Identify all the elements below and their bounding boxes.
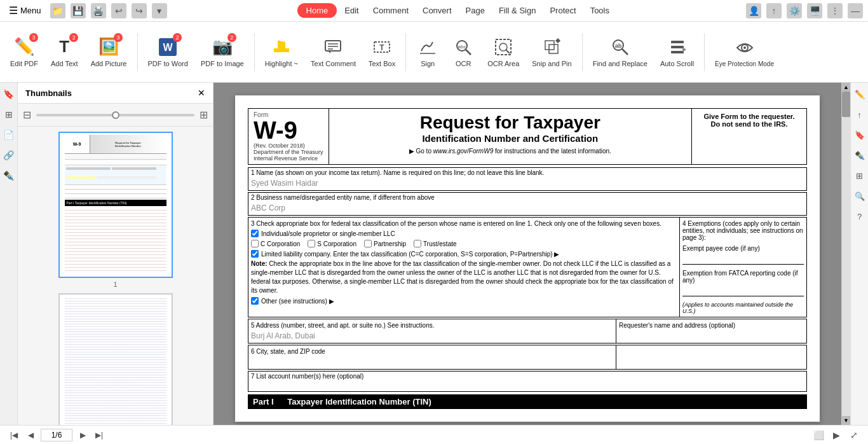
sidebar-header: Thumbnails ✕ [18, 83, 213, 104]
thumb-img-1: W-9 Request for TaxpayerIdentification N… [58, 132, 173, 278]
checkbox-llc[interactable] [251, 250, 259, 258]
zoom-out-icon[interactable]: ⊟ [23, 109, 31, 121]
window-icon[interactable]: 🖥️ [807, 3, 822, 18]
annotate-right-icon[interactable]: ✒️ [853, 149, 866, 162]
checkbox-c-corp[interactable] [251, 240, 259, 247]
pdf-content: Form W-9 (Rev. October 2018) Department … [235, 95, 820, 422]
pen-icon[interactable]: ✒️ [3, 169, 15, 182]
last-page-btn[interactable]: ▶| [93, 429, 105, 441]
w9-part1-header: Part I Taxpayer Identification Number (T… [248, 394, 807, 409]
tab-comment[interactable]: Comment [367, 3, 415, 18]
ocr-tool[interactable]: abc OCR [447, 27, 480, 78]
prev-page-btn[interactable]: ◀ [24, 429, 37, 441]
w9-field-6-row: 6 City, state, and ZIP code [248, 345, 807, 370]
open-folder-icon[interactable]: 📁 [50, 3, 65, 18]
sign-tool[interactable]: Sign [411, 27, 444, 78]
w9-header: Form W-9 (Rev. October 2018) Department … [248, 108, 807, 165]
menu-button[interactable]: ☰ Menu [5, 3, 45, 18]
pdf-to-image-tool[interactable]: 📷 2 PDF to Image [196, 27, 249, 78]
zoom-in-icon[interactable]: ⊞ [200, 109, 208, 121]
print-icon[interactable]: 🖨️ [91, 3, 106, 18]
save-icon[interactable]: 💾 [71, 3, 86, 18]
checkbox-individual[interactable] [251, 230, 259, 237]
w9-field-4: 4 Exemptions (codes apply only to certai… [680, 217, 807, 317]
snip-pin-label: Snip and Pin [532, 60, 571, 68]
checkbox-other[interactable] [251, 297, 259, 305]
thumbnail-1[interactable]: W-9 Request for TaxpayerIdentification N… [58, 132, 173, 288]
zoom-slider[interactable] [36, 114, 194, 116]
pdf-to-image-icon: 📷 2 [211, 36, 234, 59]
sidebar: Thumbnails ✕ ⊟ ⊞ W-9 Request for Tax [18, 83, 214, 425]
close-sidebar-icon[interactable]: ✕ [198, 88, 205, 98]
field5-right-label: Requester's name and address (optional) [619, 322, 804, 329]
text-comment-tool[interactable]: Text Comment [306, 27, 361, 78]
checkbox-s-corp[interactable] [308, 240, 315, 247]
tab-fill-sign[interactable]: Fill & Sign [492, 3, 543, 18]
minimize-icon[interactable]: — [848, 3, 863, 18]
help-right-icon[interactable]: ? [853, 210, 866, 223]
pdf-to-word-tool[interactable]: W 2 PDF to Word [143, 27, 193, 78]
tab-tools[interactable]: Tools [584, 3, 616, 18]
w9-field-6: 6 City, state, and ZIP code [248, 345, 616, 370]
thumbnail-icon[interactable]: ⊞ [3, 108, 15, 121]
tab-page[interactable]: Page [459, 3, 491, 18]
dropdown-icon[interactable]: ▾ [152, 3, 167, 18]
first-page-btn[interactable]: |◀ [8, 429, 20, 441]
text-box-tool[interactable]: T Text Box [363, 27, 400, 78]
label-individual: Individual/sole proprietor or single-mem… [261, 230, 395, 237]
settings-icon[interactable]: ⚙️ [787, 3, 802, 18]
zoom-slider-thumb[interactable] [112, 111, 119, 119]
next-page-btn[interactable]: ▶ [76, 429, 89, 441]
redo-icon[interactable]: ↪ [132, 3, 147, 18]
undo-icon[interactable]: ↩ [111, 3, 126, 18]
ocr-area-tool[interactable]: OCR Area [482, 27, 524, 78]
svg-point-30 [743, 46, 746, 49]
checkbox-trust[interactable] [414, 240, 421, 247]
share-right-icon[interactable]: ↑ [853, 108, 866, 121]
more-icon[interactable]: ⋮ [827, 3, 843, 18]
edit-pdf-tool[interactable]: ✏️ 3 Edit PDF [5, 27, 43, 78]
field3-checkbox-other: Other (see instructions) ▶ [251, 297, 677, 305]
bottom-right-controls: ⬜ ▶ ⤢ [812, 429, 860, 441]
search-right-icon[interactable]: 🔍 [853, 190, 866, 202]
tax-trust: Trust/estate [414, 240, 456, 247]
edit-right-icon[interactable]: ✏️ [853, 88, 866, 101]
fullscreen-icon[interactable]: ⤢ [848, 429, 860, 441]
pdf-to-word-label: PDF to Word [148, 60, 188, 68]
eye-protection-tool[interactable]: Eye Protection Mode [710, 27, 779, 78]
pdf-area[interactable]: Form W-9 (Rev. October 2018) Department … [214, 83, 841, 425]
page-icon[interactable]: 📄 [3, 128, 15, 141]
checkbox-partnership[interactable] [364, 240, 372, 247]
toolbar-divider-3 [405, 33, 406, 71]
find-replace-tool[interactable]: ab Find and Replace [588, 27, 653, 78]
tax-s-corp: S Corporation [308, 240, 356, 247]
w9-field-5: 5 Address (number, street, and apt. or s… [248, 319, 616, 343]
svg-rect-26 [671, 46, 684, 48]
share-icon[interactable]: ↑ [766, 3, 782, 18]
bookmark-right-icon[interactable]: 🔖 [853, 128, 866, 141]
text-comment-label: Text Comment [311, 60, 356, 68]
tab-convert[interactable]: Convert [416, 3, 458, 18]
bookmark-icon[interactable]: 🔖 [3, 88, 15, 101]
highlight-tool[interactable]: Highlight ~ [260, 27, 303, 78]
tab-edit[interactable]: Edit [338, 3, 365, 18]
thumbnail-2[interactable] [58, 293, 173, 425]
grid-right-icon[interactable]: ⊞ [853, 169, 866, 182]
play-icon[interactable]: ▶ [830, 429, 843, 441]
add-picture-tool[interactable]: 🖼️ 3 Add Picture [86, 27, 132, 78]
auto-scroll-tool[interactable]: Auto Scroll [655, 27, 699, 78]
page-input[interactable] [41, 429, 72, 441]
add-text-icon: T 2 [53, 36, 76, 59]
single-page-icon[interactable]: ⬜ [812, 429, 825, 441]
tab-protect[interactable]: Protect [543, 3, 582, 18]
field4-fatca-label: Exemption from FATCA reporting code (if … [682, 270, 804, 284]
tab-home[interactable]: Home [297, 3, 337, 18]
form-rev: (Rev. October 2018) [254, 142, 323, 149]
svg-line-19 [506, 50, 510, 53]
vertical-scrollbar[interactable]: ▲ ▼ [841, 83, 850, 425]
link-icon[interactable]: 🔗 [3, 149, 15, 162]
account-icon[interactable]: 👤 [746, 3, 761, 18]
snip-pin-tool[interactable]: Snip and Pin [527, 27, 576, 78]
field3-checkbox-1: Individual/sole proprietor or single-mem… [251, 230, 677, 237]
add-text-tool[interactable]: T 2 Add Text [46, 27, 83, 78]
